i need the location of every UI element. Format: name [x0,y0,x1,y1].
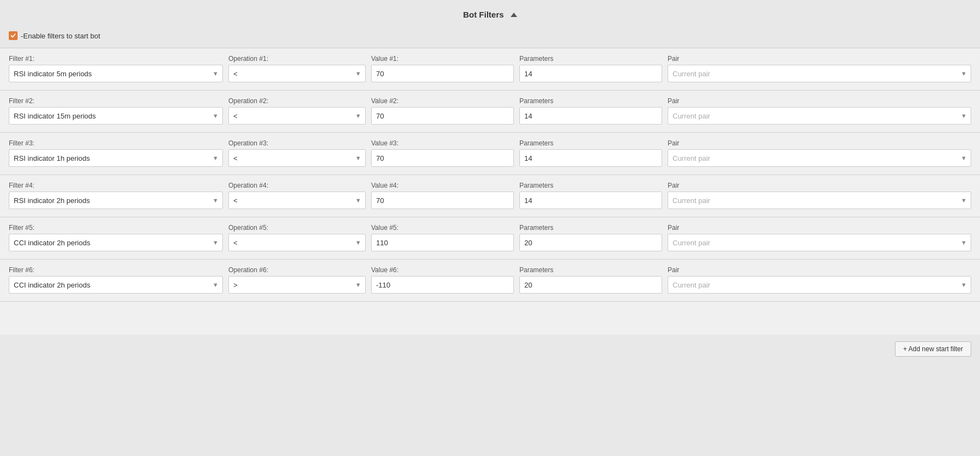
operation-select-wrap-3: <><=>==!= ▼ [228,149,366,167]
params-input-6[interactable] [519,276,662,294]
enable-row: -Enable filters to start bot [0,26,980,48]
operation-select-wrap-1: <><=>==!= ▼ [228,65,366,82]
params-label-5: Parameters [519,224,662,232]
pair-select-4[interactable]: Current pair [668,192,971,209]
value-input-2[interactable] [371,107,514,125]
enable-filters-checkbox[interactable]: -Enable filters to start bot [9,31,100,40]
operation-select-wrap-4: <><=>==!= ▼ [228,192,366,209]
value-group-3: Value #3: [371,139,514,167]
value-input-6[interactable] [371,276,514,294]
value-group-2: Value #2: [371,97,514,125]
operation-group-3: Operation #3: <><=>==!= ▼ [228,139,366,167]
filter-label-4: Filter #4: [9,182,223,189]
pair-label-6: Pair [668,266,971,274]
operation-select-6[interactable]: <><=>==!= [228,276,366,294]
filter-inputs-4: Filter #4: RSI indicator 2h periods RSI … [9,182,971,209]
page-title: Bot Filters [463,10,503,19]
filter-inputs-5: Filter #5: CCI indicator 2h periods RSI … [9,224,971,251]
operation-select-wrap-5: <><=>==!= ▼ [228,234,366,251]
value-label-5: Value #5: [371,224,514,232]
value-input-4[interactable] [371,192,514,209]
params-input-1[interactable] [519,65,662,82]
filter-inputs-2: Filter #2: RSI indicator 15m periods RSI… [9,97,971,125]
params-input-4[interactable] [519,192,662,209]
params-input-3[interactable] [519,149,662,167]
pair-select-5[interactable]: Current pair [668,234,971,251]
filter-select-wrap-3: RSI indicator 1h periods RSI indicator 5… [9,149,223,167]
value-label-6: Value #6: [371,266,514,274]
pair-group-5: Pair Current pair ▼ [668,224,971,251]
value-label-1: Value #1: [371,55,514,63]
add-button-row: + Add new start filter [0,335,980,363]
value-label-2: Value #2: [371,97,514,105]
pair-select-wrap-6: Current pair ▼ [668,276,971,294]
filter-select-wrap-4: RSI indicator 2h periods RSI indicator 5… [9,192,223,209]
filter-select-3[interactable]: RSI indicator 1h periods RSI indicator 5… [9,149,223,167]
filter-label-6: Filter #6: [9,266,223,274]
operation-select-3[interactable]: <><=>==!= [228,149,366,167]
filter-select-2[interactable]: RSI indicator 15m periods RSI indicator … [9,107,223,125]
filter-select-wrap-6: CCI indicator 2h periods RSI indicator 5… [9,276,223,294]
filter-label-5: Filter #5: [9,224,223,232]
chevron-up-icon[interactable] [511,13,517,17]
operation-label-4: Operation #4: [228,182,366,189]
page-header: Bot Filters [0,0,980,26]
params-group-6: Parameters [519,266,662,294]
pair-label-2: Pair [668,97,971,105]
value-group-1: Value #1: [371,55,514,82]
operation-select-2[interactable]: <><=>==!= [228,107,366,125]
pair-group-1: Pair Current pair ▼ [668,55,971,82]
filter-select-4[interactable]: RSI indicator 2h periods RSI indicator 5… [9,192,223,209]
operation-label-3: Operation #3: [228,139,366,147]
filter-group-2: Filter #2: RSI indicator 15m periods RSI… [9,97,223,125]
value-input-1[interactable] [371,65,514,82]
value-input-3[interactable] [371,149,514,167]
operation-select-5[interactable]: <><=>==!= [228,234,366,251]
params-group-4: Parameters [519,182,662,209]
pair-select-3[interactable]: Current pair [668,149,971,167]
filter-row-6: Filter #6: CCI indicator 2h periods RSI … [0,260,980,302]
pair-group-4: Pair Current pair ▼ [668,182,971,209]
filter-select-wrap-1: RSI indicator 5m periods RSI indicator 5… [9,65,223,82]
operation-select-wrap-2: <><=>==!= ▼ [228,107,366,125]
checkbox-icon [9,31,18,40]
filter-inputs-6: Filter #6: CCI indicator 2h periods RSI … [9,266,971,294]
operation-group-5: Operation #5: <><=>==!= ▼ [228,224,366,251]
operation-select-wrap-6: <><=>==!= ▼ [228,276,366,294]
filter-group-6: Filter #6: CCI indicator 2h periods RSI … [9,266,223,294]
pair-label-5: Pair [668,224,971,232]
value-label-3: Value #3: [371,139,514,147]
pair-select-2[interactable]: Current pair [668,107,971,125]
pair-label-1: Pair [668,55,971,63]
filter-select-6[interactable]: CCI indicator 2h periods RSI indicator 5… [9,276,223,294]
operation-select-1[interactable]: <><=>==!= [228,65,366,82]
params-label-1: Parameters [519,55,662,63]
pair-label-3: Pair [668,139,971,147]
params-label-6: Parameters [519,266,662,274]
params-input-2[interactable] [519,107,662,125]
filter-row-4: Filter #4: RSI indicator 2h periods RSI … [0,175,980,217]
operation-select-4[interactable]: <><=>==!= [228,192,366,209]
filter-row-3: Filter #3: RSI indicator 1h periods RSI … [0,133,980,175]
filter-row-2: Filter #2: RSI indicator 15m periods RSI… [0,91,980,133]
filter-select-5[interactable]: CCI indicator 2h periods RSI indicator 5… [9,234,223,251]
params-label-2: Parameters [519,97,662,105]
pair-select-1[interactable]: Current pair [668,65,971,82]
params-input-5[interactable] [519,234,662,251]
params-group-5: Parameters [519,224,662,251]
filter-label-1: Filter #1: [9,55,223,63]
params-group-2: Parameters [519,97,662,125]
enable-filters-label: -Enable filters to start bot [21,32,100,40]
params-group-1: Parameters [519,55,662,82]
pair-select-6[interactable]: Current pair [668,276,971,294]
filter-select-1[interactable]: RSI indicator 5m periods RSI indicator 5… [9,65,223,82]
params-label-4: Parameters [519,182,662,189]
operation-label-2: Operation #2: [228,97,366,105]
pair-label-4: Pair [668,182,971,189]
value-input-5[interactable] [371,234,514,251]
add-filter-button[interactable]: + Add new start filter [895,341,971,357]
filter-row-5: Filter #5: CCI indicator 2h periods RSI … [0,217,980,260]
filters-body: Filter #1: RSI indicator 5m periods RSI … [0,48,980,335]
value-group-6: Value #6: [371,266,514,294]
filter-inputs-1: Filter #1: RSI indicator 5m periods RSI … [9,55,971,82]
